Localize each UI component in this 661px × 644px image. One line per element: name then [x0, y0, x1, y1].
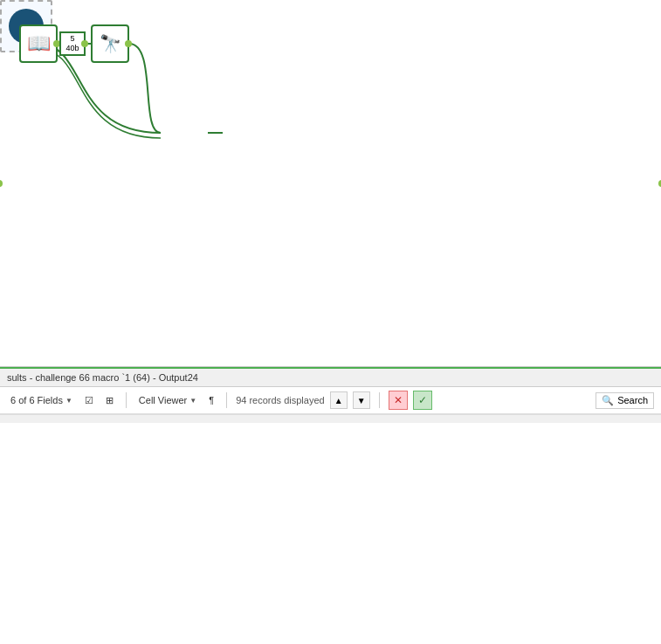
panel-title-bar: sults - challenge 66 macro `1 (64) - Out… [0, 369, 661, 387]
fields-label: 6 of 6 Fields [10, 395, 63, 405]
reject-button[interactable]: ✕ [389, 391, 408, 410]
sort-down-button[interactable]: ▼ [353, 391, 370, 409]
results-toolbar: 6 of 6 Fields ▼ ☑ ⊞ Cell Viewer ▼ ¶ 94 r… [0, 387, 661, 414]
table-icon: ☑ [85, 395, 93, 406]
search-box[interactable]: 🔍 Search [596, 392, 654, 409]
circle-input-connector [0, 180, 3, 187]
search-label: Search [617, 395, 648, 405]
workflow-canvas: 📖 540b 🔭 [0, 0, 661, 367]
book-node[interactable]: 📖 [19, 24, 58, 63]
cell-viewer-chevron-icon: ▼ [189, 397, 196, 405]
filter-label: 540b [65, 34, 79, 53]
paragraph-button[interactable]: ¶ [205, 393, 217, 407]
filter-output-connector [81, 40, 88, 47]
copy-icon: ⊞ [106, 395, 114, 406]
binoculars-icon: 🔭 [100, 33, 121, 54]
toolbar-divider-3 [379, 392, 380, 408]
binoculars-node[interactable]: 🔭 [91, 24, 129, 63]
table-view-button[interactable]: ☑ [81, 393, 97, 408]
panel-title-text: sults - challenge 66 macro `1 (64) - Out… [7, 372, 198, 383]
cell-viewer-label: Cell Viewer [139, 395, 187, 405]
horizontal-scrollbar[interactable] [0, 414, 661, 423]
fields-selector[interactable]: 6 of 6 Fields ▼ [7, 393, 76, 407]
binoculars-output-connector [125, 40, 132, 47]
cell-viewer-selector[interactable]: Cell Viewer ▼ [135, 393, 200, 407]
copy-button[interactable]: ⊞ [102, 393, 117, 408]
toolbar-divider-2 [226, 392, 227, 408]
filter-node[interactable]: 540b [59, 31, 86, 56]
fields-chevron-icon: ▼ [65, 397, 72, 405]
paragraph-icon: ¶ [209, 395, 214, 405]
results-panel: sults - challenge 66 macro `1 (64) - Out… [0, 367, 661, 423]
search-icon: 🔍 [602, 395, 614, 406]
toolbar-divider-1 [126, 392, 127, 408]
records-count: 94 records displayed [236, 395, 325, 405]
book-icon: 📖 [27, 32, 51, 55]
sort-up-button[interactable]: ▲ [330, 391, 348, 409]
accept-button[interactable]: ✓ [413, 391, 432, 410]
